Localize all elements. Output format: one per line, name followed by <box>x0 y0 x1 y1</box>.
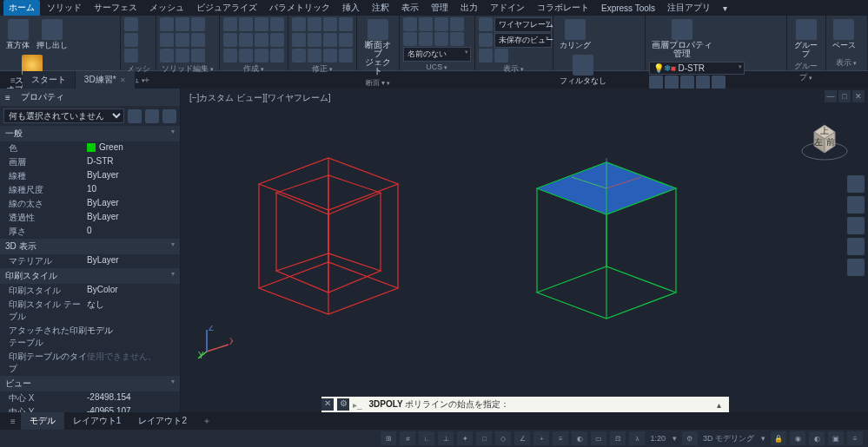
menu-manage[interactable]: 管理 <box>426 0 454 16</box>
panel-label-baseview[interactable]: 表示 <box>830 56 864 69</box>
la-5[interactable] <box>712 76 726 89</box>
ucs-7[interactable] <box>434 32 448 46</box>
mesh-btn-1[interactable] <box>124 17 138 31</box>
panel-label-draw[interactable]: 作成 <box>223 62 284 75</box>
menu-insert[interactable]: 挿入 <box>337 0 365 16</box>
vw-3[interactable] <box>479 49 493 62</box>
mo-6[interactable] <box>308 33 321 47</box>
dr-6[interactable] <box>239 33 253 47</box>
status-isolate-icon[interactable]: ◉ <box>790 431 805 445</box>
ucs-name-combo[interactable]: 名前のない <box>403 47 471 62</box>
navbar-zoom-icon[interactable] <box>847 217 865 234</box>
dr-1[interactable] <box>223 17 237 31</box>
menu-output[interactable]: 出力 <box>455 0 483 16</box>
dr-10[interactable] <box>239 49 253 62</box>
status-qp-toggle[interactable]: ▭ <box>591 431 606 445</box>
navbar-steering-icon[interactable] <box>847 175 865 193</box>
culling-button[interactable]: カリング <box>557 17 593 51</box>
se-1[interactable] <box>160 17 174 31</box>
cmd-close-icon[interactable]: ✕ <box>321 398 334 411</box>
panel-label-view[interactable]: 表示 <box>479 62 549 75</box>
prop-color[interactable]: 色Green <box>0 141 180 155</box>
la-3[interactable] <box>680 76 694 89</box>
props-section-3d[interactable]: 3D 表示▾ <box>0 239 180 254</box>
navbar-pan-icon[interactable] <box>847 196 865 214</box>
mesh-btn-2[interactable] <box>124 33 138 47</box>
se-9[interactable] <box>191 49 205 62</box>
viewport[interactable]: [−]カスタム ビュー][ワイヤフレーム] — □ ✕ <box>181 89 868 412</box>
se-2[interactable] <box>176 17 189 31</box>
layouttab-model[interactable]: モデル <box>21 412 64 430</box>
panel-label-section[interactable]: 断面 ▾ <box>361 77 394 88</box>
ucs-8[interactable] <box>450 32 464 46</box>
dr-5[interactable] <box>223 33 237 47</box>
menu-parametric[interactable]: パラメトリック <box>264 0 335 16</box>
menu-solid[interactable]: ソリッド <box>42 0 87 16</box>
navbar-orbit-icon[interactable] <box>847 238 865 255</box>
quickselect-icon[interactable] <box>128 109 142 123</box>
pickadd-icon[interactable] <box>145 109 159 123</box>
cmd-history-icon[interactable]: ▴ <box>717 400 729 410</box>
mo-3[interactable] <box>323 17 337 31</box>
prop-cx[interactable]: 中心 X-28498.154 <box>0 391 180 405</box>
se-7[interactable] <box>160 49 174 62</box>
se-4[interactable] <box>160 33 174 47</box>
menu-surface[interactable]: サーフェス <box>89 0 142 16</box>
dr-8[interactable] <box>270 33 284 47</box>
mesh-btn-3[interactable] <box>124 49 138 62</box>
prop-layer[interactable]: 画層D-STR <box>0 155 180 169</box>
menu-addin[interactable]: アドイン <box>485 0 530 16</box>
mo-2[interactable] <box>308 17 321 31</box>
dr-2[interactable] <box>239 17 253 31</box>
vw-2[interactable] <box>479 33 493 47</box>
se-3[interactable] <box>191 17 205 31</box>
layouttab-add-icon[interactable]: ＋ <box>195 412 218 430</box>
vw-4[interactable] <box>494 49 508 62</box>
mo-7[interactable] <box>323 33 337 47</box>
status-gizmo-toggle[interactable]: λ <box>629 431 645 445</box>
panel-label-solidedit[interactable]: ソリッド編集 <box>160 62 215 75</box>
group-button[interactable]: グループ <box>791 17 822 60</box>
viewcube[interactable]: 上 左 前 <box>798 115 851 167</box>
ucs-3[interactable] <box>434 17 448 31</box>
vp-close-icon[interactable]: ✕ <box>852 90 865 102</box>
ucs-4[interactable] <box>450 17 464 31</box>
section-button[interactable]: 断面オブジェクト <box>361 17 394 77</box>
box-button[interactable]: 直方体 <box>3 17 32 51</box>
mo-12[interactable] <box>339 49 353 62</box>
status-ws-icon[interactable]: ⚙ <box>682 431 698 445</box>
ucs-1[interactable] <box>403 17 417 31</box>
status-osnap-toggle[interactable]: □ <box>476 431 492 445</box>
doctab-start[interactable]: スタート <box>23 71 76 89</box>
status-otrack-toggle[interactable]: ∠ <box>514 431 530 445</box>
prop-lineweight[interactable]: 線の太さ ByLayer <box>0 197 180 211</box>
menu-dropdown-icon[interactable]: ▾ <box>718 2 732 15</box>
mo-9[interactable] <box>292 49 306 62</box>
menu-featured[interactable]: 注目アプリ <box>662 0 716 16</box>
la-4[interactable] <box>696 76 710 89</box>
status-lwt-toggle[interactable]: ≡ <box>553 431 568 445</box>
mo-1[interactable] <box>292 17 306 31</box>
mo-8[interactable] <box>339 33 353 47</box>
status-custom-icon[interactable]: ≡ <box>847 431 863 445</box>
vp-min-icon[interactable]: — <box>825 90 837 102</box>
cmd-options-icon[interactable]: ⚙ <box>337 398 349 411</box>
status-hw-icon[interactable]: ◐ <box>809 431 825 445</box>
menu-home[interactable]: ホーム <box>3 0 40 16</box>
savedview-combo[interactable]: 未保存のビュー <box>494 33 552 48</box>
la-1[interactable] <box>649 76 663 89</box>
extrude-button[interactable]: 押し出し <box>34 17 70 51</box>
dr-3[interactable] <box>255 17 268 31</box>
vp-max-icon[interactable]: □ <box>838 90 851 102</box>
menu-visualize[interactable]: ビジュアライズ <box>191 0 262 16</box>
dr-11[interactable] <box>255 49 268 62</box>
status-sc-toggle[interactable]: ⊡ <box>610 431 626 445</box>
close-tab-icon[interactable]: ✕ <box>120 76 126 84</box>
menu-mesh[interactable]: メッシュ <box>144 0 189 16</box>
doctab-menu-icon[interactable]: ≡ <box>3 73 23 88</box>
status-clean-icon[interactable]: ▣ <box>828 431 844 445</box>
prop-thickness[interactable]: 厚さ0 <box>0 225 180 239</box>
panel-label-ucs[interactable]: UCS <box>403 62 471 71</box>
menu-express[interactable]: Express Tools <box>596 2 660 15</box>
se-5[interactable] <box>176 33 189 47</box>
